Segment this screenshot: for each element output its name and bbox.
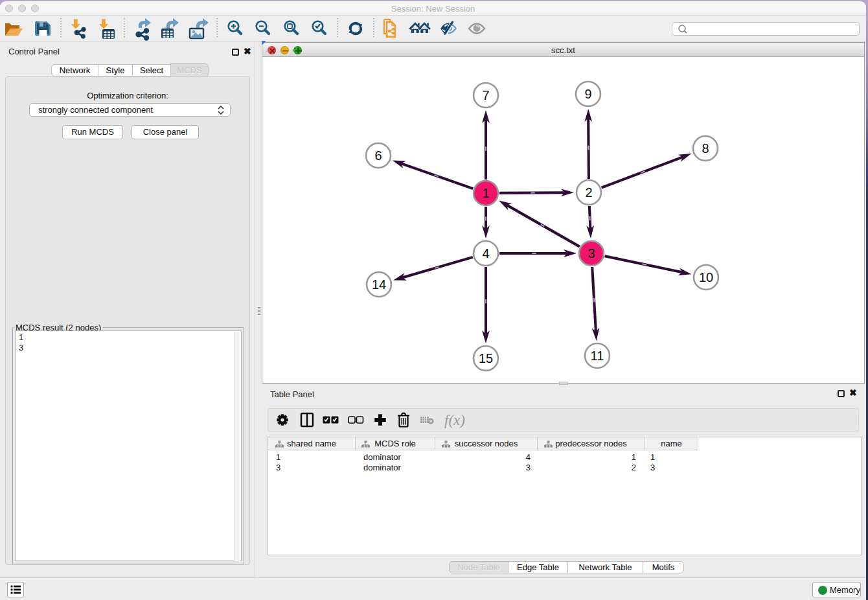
svg-text:1: 1: [482, 186, 489, 200]
svg-text:6: 6: [374, 148, 382, 163]
svg-text:3: 3: [588, 246, 595, 260]
svg-text:14: 14: [372, 277, 386, 292]
svg-text:f(x): f(x): [444, 412, 465, 428]
svg-text:8: 8: [702, 141, 709, 156]
svg-text:15: 15: [479, 351, 493, 365]
svg-text:10: 10: [699, 270, 713, 284]
svg-text:11: 11: [591, 349, 604, 363]
svg-text:9: 9: [584, 87, 591, 101]
svg-text:4: 4: [482, 246, 489, 260]
svg-text:7: 7: [482, 88, 489, 102]
svg-text:2: 2: [585, 185, 592, 200]
